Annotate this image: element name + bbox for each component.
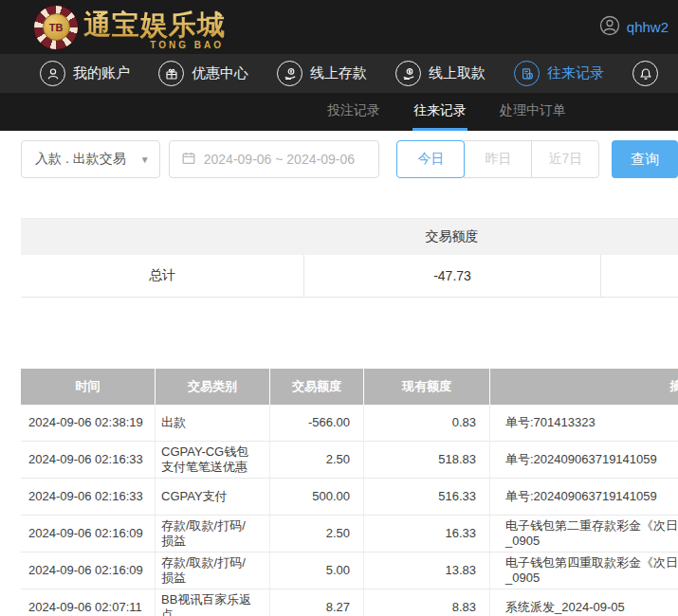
- nav-label: 线上存款: [310, 64, 367, 82]
- account-menu[interactable]: qhhw2: [599, 15, 669, 40]
- nav-deposit[interactable]: 线上存款: [277, 61, 367, 86]
- cell-time: 2024-09-06 02:16:33: [21, 442, 155, 478]
- main-nav: 我的账户 优惠中心 线上存款 线上取款 往来记录: [0, 54, 678, 93]
- tab-pending-orders[interactable]: 处理中订单: [499, 93, 567, 131]
- cell-summary: 单号:701413323: [489, 405, 678, 441]
- cell-summary: 电子钱包第二重存款彩金《次日1 _0905: [489, 516, 678, 552]
- cell-balance: 16.33: [363, 516, 489, 552]
- nav-label: 优惠中心: [192, 64, 248, 82]
- nav-label: 线上取款: [429, 64, 486, 82]
- withdraw-hand-dollar-icon: [395, 61, 421, 86]
- summary-row-spacer: [600, 255, 678, 297]
- cell-balance: 0.83: [363, 405, 489, 441]
- date-range-value: 2024-09-06 ~ 2024-09-06: [204, 152, 355, 167]
- table-row: 2024-09-06 02:16:33 CGPAY支付 500.00 516.3…: [21, 479, 678, 516]
- summary-header-label: 交易额度: [303, 228, 600, 245]
- nav-promotions[interactable]: 优惠中心: [158, 61, 248, 86]
- cell-time: 2024-09-06 02:38:19: [21, 405, 155, 441]
- brand-text: 通宝娱乐城 TONG BAO: [83, 4, 226, 51]
- record-tabs: 投注记录 往来记录 处理中订单: [0, 93, 678, 131]
- nav-withdraw[interactable]: 线上取款: [395, 61, 486, 86]
- cell-summary: 单号:202409063719141059: [489, 479, 678, 515]
- cell-balance: 13.83: [363, 553, 489, 589]
- cell-type: BB视讯百家乐返 点: [155, 589, 269, 616]
- cell-amount: 500.00: [269, 479, 363, 515]
- col-balance: 现有额度: [363, 369, 489, 405]
- col-time: 时间: [21, 369, 155, 405]
- bell-icon: [632, 61, 658, 86]
- table-row: 2024-09-06 02:07:11 BB视讯百家乐返 点 8.27 8.83…: [21, 589, 678, 616]
- cell-time: 2024-09-06 02:07:11: [21, 589, 155, 616]
- cell-summary: 单号:202409063719141059: [489, 442, 678, 478]
- col-type: 交易类别: [155, 369, 269, 405]
- transactions-table-header: 时间 交易类别 交易额度 现有额度 摘要: [21, 369, 678, 405]
- cell-summary: 电子钱包第四重取款彩金《次日1 _0905: [489, 553, 678, 589]
- nav-my-account[interactable]: 我的账户: [40, 61, 130, 86]
- table-row: 2024-09-06 02:16:33 CGPAY-CG钱包 支付笔笔送优惠 2…: [21, 442, 678, 479]
- cell-type: CGPAY支付: [155, 479, 269, 515]
- summary-total-row: 总计 -47.73: [21, 255, 678, 298]
- tab-transaction-records[interactable]: 往来记录: [412, 93, 467, 131]
- cell-type: 出款: [155, 405, 269, 441]
- yesterday-button[interactable]: 昨日: [464, 140, 532, 178]
- table-row: 2024-09-06 02:16:09 存款/取款/打码/ 损益 5.00 13…: [21, 553, 678, 589]
- records-icon: [514, 61, 540, 86]
- cell-type: 存款/取款/打码/ 损益: [155, 553, 269, 589]
- chevron-down-icon: ▼: [140, 154, 150, 165]
- nav-notifications[interactable]: [632, 61, 678, 86]
- total-value: -47.73: [303, 255, 600, 297]
- selected-type: 入款 . 出款交易: [35, 151, 126, 168]
- date-range-input[interactable]: 2024-09-06 ~ 2024-09-06: [169, 140, 380, 178]
- cell-time: 2024-09-06 02:16:09: [21, 553, 155, 589]
- last7days-button[interactable]: 近7日: [531, 140, 599, 178]
- account-icon: [40, 61, 65, 86]
- brand-name-en: TONG BAO: [150, 40, 224, 50]
- col-summary: 摘要: [489, 369, 678, 405]
- nav-transaction-records[interactable]: 往来记录: [514, 61, 604, 86]
- deposit-hand-coin-icon: [277, 61, 302, 86]
- today-button[interactable]: 今日: [396, 140, 465, 178]
- nav-label: 我的账户: [73, 64, 130, 82]
- cell-time: 2024-09-06 02:16:09: [21, 516, 155, 552]
- cell-type: CGPAY-CG钱包 支付笔笔送优惠: [155, 442, 269, 478]
- tab-betting-records[interactable]: 投注记录: [326, 93, 381, 131]
- cell-balance: 8.83: [363, 589, 489, 616]
- col-amount: 交易额度: [269, 369, 363, 405]
- cell-time: 2024-09-06 02:16:33: [21, 479, 155, 515]
- table-row: 2024-09-06 02:16:09 存款/取款/打码/ 损益 2.50 16…: [21, 516, 678, 553]
- cell-amount: 8.27: [269, 589, 363, 616]
- summary-table: 交易额度 总计 -47.73: [21, 218, 678, 298]
- cell-amount: 5.00: [269, 553, 363, 589]
- poker-chip-icon: TB: [34, 6, 78, 49]
- cell-summary: 系统派发_2024-09-05: [489, 589, 678, 616]
- transactions-table: 时间 交易类别 交易额度 现有额度 摘要 2024-09-06 02:38:19…: [21, 369, 678, 616]
- cell-balance: 518.83: [363, 442, 489, 478]
- summary-header: 交易额度: [21, 219, 678, 255]
- chip-tb-label: TB: [43, 13, 70, 41]
- brand-logo[interactable]: TB 通宝娱乐城 TONG BAO: [34, 4, 226, 51]
- transaction-type-select[interactable]: 入款 . 出款交易 ▼: [21, 140, 160, 178]
- nav-label: 往来记录: [547, 64, 604, 82]
- cell-amount: 2.50: [269, 442, 363, 478]
- gift-icon: [158, 61, 184, 86]
- cell-amount: -566.00: [269, 405, 363, 441]
- search-button[interactable]: 查询: [612, 140, 678, 178]
- total-label: 总计: [21, 255, 303, 297]
- cell-balance: 516.33: [363, 479, 489, 515]
- table-row: 2024-09-06 02:38:19 出款 -566.00 0.83 单号:7…: [21, 405, 678, 442]
- cell-amount: 2.50: [269, 516, 363, 552]
- user-icon: [599, 15, 620, 40]
- quick-date-group: 今日 昨日 近7日: [396, 140, 599, 178]
- username: qhhw2: [627, 19, 669, 35]
- calendar-icon: [181, 151, 196, 169]
- filter-bar: 入款 . 出款交易 ▼ 2024-09-06 ~ 2024-09-06 今日 昨…: [21, 140, 678, 178]
- topbar: TB 通宝娱乐城 TONG BAO qhhw2: [0, 0, 678, 54]
- cell-type: 存款/取款/打码/ 损益: [155, 516, 269, 552]
